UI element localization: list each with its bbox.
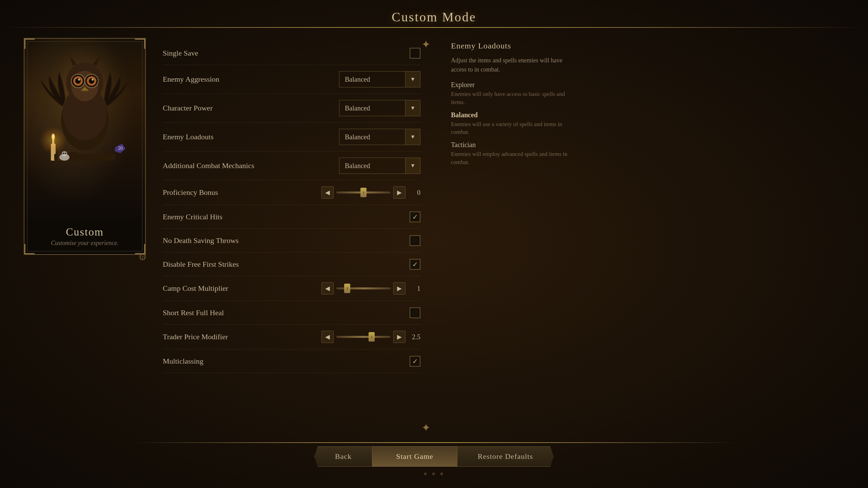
setting-control-single-save: [410, 48, 420, 59]
info-option-balanced: Balanced Enemies will use a variety of s…: [451, 111, 576, 137]
setting-control-disable-first-strikes: [410, 259, 420, 270]
setting-row-additional-combat: Additional Combat Mechanics Balanced ▼: [163, 151, 420, 180]
setting-row-no-death-saving: No Death Saving Throws: [163, 229, 420, 252]
setting-label-no-death-saving: No Death Saving Throws: [163, 236, 410, 245]
info-description: Adjust the items and spells enemies will…: [451, 56, 576, 74]
slider-track-trader[interactable]: [336, 336, 391, 338]
checkbox-multiclassing[interactable]: [410, 356, 420, 367]
svg-point-11: [75, 78, 81, 84]
setting-label-single-save: Single Save: [163, 49, 410, 58]
setting-label-disable-first-strikes: Disable Free First Strikes: [163, 260, 410, 269]
setting-row-enemy-loadouts: Enemy Loadouts Balanced ▼: [163, 123, 420, 151]
slider-value-trader: 2.5: [408, 333, 420, 341]
setting-row-proficiency-bonus: Proficiency Bonus ◀ ▶ 0: [163, 180, 420, 205]
svg-point-33: [65, 153, 66, 154]
restore-defaults-button[interactable]: Restore Defaults: [457, 446, 554, 467]
setting-label-enemy-loadouts: Enemy Loadouts: [163, 133, 339, 141]
setting-control-enemy-loadouts: Balanced ▼: [339, 129, 420, 145]
svg-point-12: [89, 78, 94, 84]
header-divider: [0, 27, 868, 28]
settings-panel: ✦ Single Save Enemy Aggression Balanced: [163, 38, 427, 434]
info-option-name-tactician: Tactician: [451, 141, 576, 149]
slider-value-camp-cost: 1: [408, 285, 420, 292]
setting-control-enemy-critical: [410, 211, 420, 222]
slider-btn-left-camp-cost[interactable]: ◀: [321, 282, 334, 294]
svg-point-24: [40, 127, 67, 154]
slider-btn-right-proficiency[interactable]: ▶: [393, 186, 406, 199]
slider-track-camp-cost[interactable]: [336, 287, 391, 289]
setting-row-character-power: Character Power Balanced ▼: [163, 94, 420, 123]
settings-list[interactable]: Single Save Enemy Aggression Balanced ▼: [163, 38, 427, 434]
setting-label-trader-price: Trader Price Modifier: [163, 332, 321, 341]
info-panel: Enemy Loadouts Adjust the items and spel…: [441, 38, 576, 434]
setting-control-enemy-aggression: Balanced ▼: [339, 71, 420, 87]
corner-decoration-tl: [24, 39, 35, 49]
setting-label-multiclassing: Multiclassing: [163, 357, 410, 366]
slider-track-proficiency[interactable]: [336, 191, 391, 194]
svg-text:20: 20: [118, 146, 123, 151]
setting-label-additional-combat: Additional Combat Mechanics: [163, 161, 339, 170]
info-option-desc-balanced: Enemies will use a variety of spells and…: [451, 120, 576, 137]
dropdown-arrow-enemy-loadouts[interactable]: ▼: [405, 129, 420, 145]
setting-label-enemy-critical: Enemy Critical Hits: [163, 212, 410, 221]
setting-control-trader-price: ◀ ▶ 2.5: [321, 331, 420, 343]
checkbox-single-save[interactable]: [410, 48, 420, 59]
setting-label-character-power: Character Power: [163, 104, 339, 113]
start-game-button[interactable]: Start Game: [372, 446, 457, 467]
setting-control-proficiency-bonus: ◀ ▶ 0: [321, 186, 420, 199]
dropdown-arrow-character-power[interactable]: ▼: [405, 100, 420, 116]
setting-row-single-save: Single Save: [163, 41, 420, 65]
slider-btn-right-camp-cost[interactable]: ▶: [393, 282, 406, 294]
footer-divider-top: [130, 442, 738, 443]
page-title: Custom Mode: [0, 9, 868, 24]
checkbox-enemy-critical[interactable]: [410, 211, 420, 222]
slider-btn-right-trader[interactable]: ▶: [393, 331, 406, 343]
slider-thumb-proficiency[interactable]: [360, 188, 367, 197]
dropdown-value-character-power: Balanced: [339, 104, 405, 112]
slider-thumb-trader[interactable]: [369, 332, 375, 342]
setting-row-short-rest: Short Rest Full Heal: [163, 301, 420, 325]
setting-control-no-death-saving: [410, 235, 420, 246]
dropdown-arrow-enemy-aggression[interactable]: ▼: [405, 72, 420, 87]
dropdown-value-additional-combat: Balanced: [339, 162, 405, 170]
setting-control-additional-combat: Balanced ▼: [339, 158, 420, 174]
header: Custom Mode: [0, 0, 868, 31]
corner-decoration-br: [135, 244, 145, 254]
creature-illustration: 20: [37, 45, 132, 164]
back-button[interactable]: Back: [314, 446, 372, 467]
dropdown-character-power[interactable]: Balanced ▼: [339, 100, 420, 116]
checkbox-short-rest[interactable]: [410, 307, 420, 318]
setting-row-enemy-aggression: Enemy Aggression Balanced ▼: [163, 65, 420, 94]
dropdown-arrow-additional-combat[interactable]: ▼: [405, 158, 420, 174]
checkbox-no-death-saving[interactable]: [410, 235, 420, 246]
setting-row-multiclassing: Multiclassing: [163, 349, 420, 373]
checkbox-disable-first-strikes[interactable]: [410, 259, 420, 270]
info-option-explorer: Explorer Enemies will only have access t…: [451, 81, 576, 106]
footer-buttons: Back Start Game Restore Defaults: [314, 446, 554, 467]
character-image: 20: [24, 39, 145, 222]
setting-label-camp-cost: Camp Cost Multiplier: [163, 284, 321, 293]
dropdown-value-enemy-loadouts: Balanced: [339, 133, 405, 141]
dropdown-value-enemy-aggression: Balanced: [339, 76, 405, 83]
setting-row-enemy-critical: Enemy Critical Hits: [163, 205, 420, 229]
corner-decoration-bl: [24, 244, 35, 254]
setting-label-enemy-aggression: Enemy Aggression: [163, 75, 339, 84]
dropdown-enemy-loadouts[interactable]: Balanced ▼: [339, 129, 420, 145]
svg-point-32: [63, 153, 64, 154]
slider-btn-left-proficiency[interactable]: ◀: [321, 186, 334, 199]
setting-control-short-rest: [410, 307, 420, 318]
slider-btn-left-trader[interactable]: ◀: [321, 331, 334, 343]
main-content: 20 Custom Customise your experience. ⚙: [0, 31, 868, 434]
left-panel: 20 Custom Customise your experience. ⚙: [20, 38, 149, 434]
setting-row-camp-cost: Camp Cost Multiplier ◀ ▶ 1: [163, 276, 420, 301]
slider-thumb-camp-cost[interactable]: [344, 284, 350, 293]
info-option-name-balanced: Balanced: [451, 111, 576, 119]
character-card: 20 Custom Customise your experience.: [24, 38, 146, 255]
info-option-desc-tactician: Enemies will employ advanced spells and …: [451, 150, 576, 166]
setting-label-proficiency-bonus: Proficiency Bonus: [163, 188, 321, 197]
svg-point-31: [62, 151, 67, 157]
svg-rect-27: [70, 152, 78, 161]
dropdown-additional-combat[interactable]: Balanced ▼: [339, 158, 420, 174]
dropdown-enemy-aggression[interactable]: Balanced ▼: [339, 71, 420, 87]
info-option-desc-explorer: Enemies will only have access to basic s…: [451, 90, 576, 106]
